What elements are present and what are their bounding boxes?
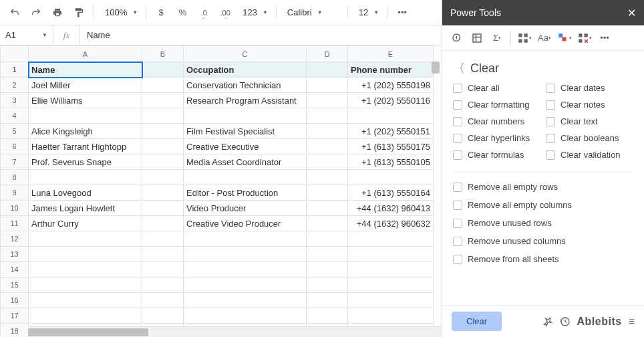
cell[interactable]: Creative Video Producer <box>184 216 307 231</box>
clear-button[interactable]: Clear <box>452 312 502 331</box>
cell[interactable] <box>348 277 434 293</box>
cell[interactable]: Video Producer <box>184 201 307 216</box>
cell[interactable] <box>307 231 348 247</box>
cell[interactable] <box>29 231 142 247</box>
cell[interactable] <box>142 308 184 324</box>
row-header[interactable]: 14 <box>1 262 29 277</box>
cell-B1[interactable] <box>142 62 184 78</box>
undo-button[interactable] <box>5 3 24 22</box>
cell-A1[interactable]: Name <box>29 62 142 78</box>
cell[interactable] <box>307 139 348 154</box>
cell-C1[interactable]: Occupation <box>184 62 307 78</box>
cell-E1[interactable]: Phone number <box>348 62 434 78</box>
cell[interactable] <box>348 247 434 262</box>
more-tools-icon[interactable]: ••• <box>597 30 613 46</box>
row-header[interactable]: 13 <box>1 247 29 262</box>
cell[interactable] <box>142 154 184 170</box>
cell[interactable] <box>29 247 142 262</box>
number-format-dropdown[interactable]: 123▼ <box>237 7 271 17</box>
cell[interactable]: +1 (202) 5550198 <box>348 78 434 93</box>
cell[interactable] <box>184 247 307 262</box>
cell[interactable] <box>142 93 184 108</box>
checkbox-clear-all[interactable]: Clear all <box>453 83 540 93</box>
cell[interactable]: Prof. Severus Snape <box>29 154 142 170</box>
cell[interactable] <box>307 308 348 324</box>
cell[interactable] <box>184 170 307 185</box>
col-header-A[interactable]: A <box>29 46 142 62</box>
horizontal-scrollbar[interactable] <box>28 326 441 337</box>
cell[interactable]: +1 (613) 5550105 <box>348 154 434 170</box>
cell[interactable] <box>184 308 307 324</box>
cell[interactable] <box>348 293 434 308</box>
text-tool-icon[interactable]: Aa▾ <box>536 30 552 46</box>
recent-icon[interactable] <box>560 316 571 327</box>
cell[interactable] <box>142 201 184 216</box>
cell[interactable]: Ellie Williams <box>29 93 142 108</box>
checkbox-remove-all-empty-columns[interactable]: Remove all empty columns <box>453 200 633 210</box>
cell[interactable]: +1 (202) 5550116 <box>348 93 434 108</box>
row-header[interactable]: 15 <box>1 277 29 293</box>
checkbox-clear-validation[interactable]: Clear validation <box>546 150 633 160</box>
row-header[interactable]: 11 <box>1 216 29 231</box>
checkbox-clear-dates[interactable]: Clear dates <box>546 83 633 93</box>
dedupe-tool-icon[interactable]: ▾ <box>556 30 573 46</box>
cell[interactable] <box>29 262 142 277</box>
cell[interactable]: Haetter Tarrant Hightopp <box>29 139 142 154</box>
cell[interactable] <box>142 216 184 231</box>
cell[interactable] <box>307 154 348 170</box>
row-header[interactable]: 9 <box>1 185 29 201</box>
back-icon[interactable]: 〈 <box>453 60 465 76</box>
cell[interactable] <box>307 124 348 139</box>
row-header[interactable]: 5 <box>1 124 29 139</box>
row-header[interactable]: 16 <box>1 293 29 308</box>
checkbox-remove-all-empty-rows[interactable]: Remove all empty rows <box>453 182 633 192</box>
row-header[interactable]: 4 <box>1 108 29 124</box>
cell[interactable] <box>307 78 348 93</box>
row-header[interactable]: 18 <box>1 324 29 338</box>
sigma-icon[interactable]: Σ▾ <box>489 30 505 46</box>
cell[interactable] <box>307 216 348 231</box>
vertical-scrollbar-thumb[interactable] <box>432 62 440 74</box>
pin-icon[interactable] <box>542 316 553 327</box>
cell[interactable] <box>307 293 348 308</box>
row-header[interactable]: 12 <box>1 231 29 247</box>
cell[interactable] <box>142 277 184 293</box>
currency-button[interactable]: $ <box>152 3 170 22</box>
cell[interactable]: Joel Miller <box>29 78 142 93</box>
name-box[interactable]: A1 ▼ <box>0 25 53 45</box>
cell[interactable] <box>142 78 184 93</box>
cell[interactable] <box>29 170 142 185</box>
select-all-corner[interactable] <box>1 46 29 62</box>
row-header[interactable]: 6 <box>1 139 29 154</box>
cell[interactable]: +1 (613) 5550175 <box>348 139 434 154</box>
cell[interactable]: Alice Kingsleigh <box>29 124 142 139</box>
cell[interactable]: James Logan Howlett <box>29 201 142 216</box>
checkbox-clear-formatting[interactable]: Clear formatting <box>453 100 540 110</box>
row-header[interactable]: 7 <box>1 154 29 170</box>
zoom-dropdown[interactable]: 100%▼ <box>100 7 140 17</box>
cell[interactable] <box>184 108 307 124</box>
cell[interactable] <box>142 231 184 247</box>
checkbox-clear-numbers[interactable]: Clear numbers <box>453 116 540 126</box>
cell[interactable]: Research Program Assistant <box>184 93 307 108</box>
cell[interactable] <box>307 108 348 124</box>
sheet-icon[interactable] <box>469 30 485 46</box>
cell[interactable]: Luna Lovegood <box>29 185 142 201</box>
cell[interactable] <box>307 277 348 293</box>
menu-icon[interactable]: ≡ <box>629 316 635 328</box>
cell[interactable]: Editor - Post Production <box>184 185 307 201</box>
cell[interactable] <box>142 170 184 185</box>
row-header[interactable]: 8 <box>1 170 29 185</box>
smart-toolbar-icon[interactable] <box>449 30 465 46</box>
cell[interactable] <box>348 170 434 185</box>
cell[interactable] <box>348 108 434 124</box>
font-size-dropdown[interactable]: 12▼ <box>353 7 381 17</box>
close-icon[interactable]: ✕ <box>627 7 636 19</box>
cell[interactable] <box>307 170 348 185</box>
cell[interactable] <box>348 231 434 247</box>
horizontal-scrollbar-thumb[interactable] <box>28 328 148 336</box>
checkbox-clear-text[interactable]: Clear text <box>546 116 633 126</box>
cell[interactable]: Creative Executive <box>184 139 307 154</box>
row-header[interactable]: 2 <box>1 78 29 93</box>
cell[interactable]: Arthur Curry <box>29 216 142 231</box>
